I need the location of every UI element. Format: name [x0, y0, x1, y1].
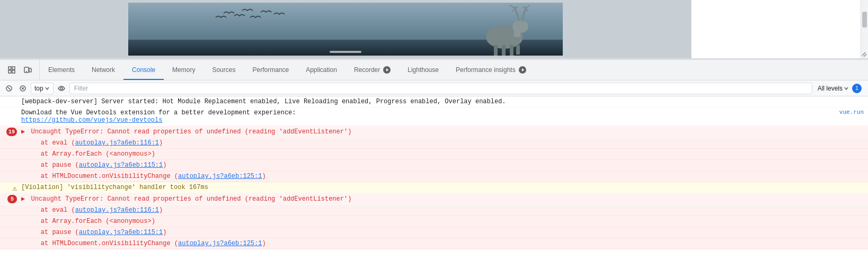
page-content — [0, 0, 691, 58]
stack-line-2-2: at Array.forEach (<anonymous>) — [0, 216, 868, 227]
eye-icon-btn[interactable] — [56, 83, 67, 94]
stack-link-2-4[interactable]: autoplay.js?a6eb:125:1 — [178, 240, 262, 247]
msg-body-1: [webpack-dev-server] Server started: Hot… — [19, 96, 864, 107]
console-toolbar: top All levels 1 — [0, 80, 868, 96]
all-levels-dropdown[interactable]: All levels 1 — [814, 83, 865, 94]
stack-line-1-1: at eval (autoplay.js?a6eb:116:1) — [0, 138, 868, 149]
error-gutter-1: 19 — [0, 126, 19, 137]
vue-devtools-link[interactable]: https://github.com/vuejs/vue-devtools — [21, 116, 162, 124]
stack-link-1-3[interactable]: autoplay.js?a6eb:115:1 — [79, 161, 163, 169]
side-panel — [691, 0, 861, 58]
console-warning-1: ⚠ [Violation] 'visibilitychange' handler… — [0, 182, 868, 193]
tab-lighthouse[interactable]: Lighthouse — [399, 60, 447, 80]
stack-link-2-3[interactable]: autoplay.js?a6eb:115:1 — [79, 229, 163, 236]
svg-marker-24 — [386, 68, 388, 71]
svg-rect-18 — [12, 67, 15, 69]
recorder-badge-icon — [383, 66, 391, 74]
svg-point-31 — [60, 87, 63, 89]
tab-recorder[interactable]: Recorder — [346, 60, 399, 80]
svg-rect-6 — [502, 45, 506, 56]
svg-rect-17 — [8, 67, 11, 69]
tab-elements[interactable]: Elements — [40, 60, 83, 80]
msg-gutter-1 — [0, 96, 19, 107]
devtools-left-icons — [0, 60, 40, 80]
console-messages[interactable]: [webpack-dev-server] Server started: Hot… — [0, 96, 868, 254]
svg-marker-25 — [522, 68, 524, 71]
error-source-1 — [864, 126, 868, 137]
device-toolbar-icon[interactable] — [20, 62, 35, 77]
tab-console[interactable]: Console — [123, 60, 164, 80]
error-triangle-1[interactable]: ▶ — [21, 128, 25, 136]
svg-rect-7 — [510, 45, 513, 56]
error-gutter-2: 5 — [0, 193, 19, 204]
error-row-2: 5 ▶ Uncaught TypeError: Cannot read prop… — [0, 193, 868, 205]
stack-line-1-2: at Array.forEach (<anonymous>) — [0, 149, 868, 160]
error-source-2 — [864, 193, 868, 204]
main-layout: Elements Network Console Memory Sources … — [0, 0, 868, 270]
warning-body-1: [Violation] 'visibilitychange' handler t… — [19, 182, 864, 193]
warning-icon: ⚠ — [13, 184, 17, 193]
tab-network[interactable]: Network — [83, 60, 123, 80]
msg-source-1[interactable] — [864, 96, 868, 107]
clear-console-btn[interactable] — [3, 83, 15, 94]
tab-memory[interactable]: Memory — [164, 60, 203, 80]
tab-performance-insights[interactable]: Performance insights — [447, 60, 535, 80]
drag-handle[interactable] — [330, 51, 361, 53]
stack-line-2-4: at HTMLDocument.onVisibilityChange (auto… — [0, 238, 868, 249]
stack-line-1-3: at pause (autoplay.js?a6eb:115:1) — [0, 160, 868, 171]
svg-rect-5 — [494, 45, 498, 56]
resize-handle[interactable] — [861, 51, 868, 58]
level-count-badge: 1 — [852, 84, 862, 93]
svg-rect-4 — [514, 26, 520, 37]
all-levels-chevron-icon — [844, 86, 849, 91]
vertical-scrollbar[interactable] — [861, 0, 868, 58]
warning-gutter-1: ⚠ — [0, 182, 19, 193]
console-message-2: Download the Vue Devtools extension for … — [0, 107, 868, 126]
page-area — [0, 0, 868, 58]
error-body-2: ▶ Uncaught TypeError: Cannot read proper… — [19, 193, 864, 204]
filter-input[interactable] — [69, 83, 812, 94]
scrollbar-thumb — [862, 12, 867, 28]
error-row-1: 19 ▶ Uncaught TypeError: Cannot read pro… — [0, 126, 868, 138]
console-error-block-2: 5 ▶ Uncaught TypeError: Cannot read prop… — [0, 193, 868, 249]
error-body-1: ▶ Uncaught TypeError: Cannot read proper… — [19, 126, 864, 137]
performance-insights-badge-icon — [519, 66, 526, 74]
svg-rect-8 — [516, 45, 520, 55]
tabs-container: Elements Network Console Memory Sources … — [40, 60, 868, 80]
context-selector[interactable]: top — [31, 83, 54, 94]
error-triangle-2[interactable]: ▶ — [21, 195, 25, 203]
stack-line-2-1: at eval (autoplay.js?a6eb:116:1) — [0, 205, 868, 216]
hero-image — [128, 3, 563, 56]
tab-sources[interactable]: Sources — [203, 60, 244, 80]
svg-rect-19 — [8, 70, 11, 73]
msg-source-2[interactable]: vue.run — [839, 107, 868, 125]
msg-body-2: Download the Vue Devtools extension for … — [19, 107, 839, 125]
stop-on-exception-btn[interactable] — [17, 83, 29, 94]
error-badge-5: 5 — [7, 195, 17, 203]
console-message-1: [webpack-dev-server] Server started: Hot… — [0, 96, 868, 107]
console-error-block-1: 19 ▶ Uncaught TypeError: Cannot read pro… — [0, 126, 868, 182]
warning-source-1 — [864, 182, 868, 193]
devtools-panel: Elements Network Console Memory Sources … — [0, 58, 868, 254]
tab-performance[interactable]: Performance — [244, 60, 297, 80]
svg-line-27 — [8, 87, 11, 89]
svg-rect-22 — [29, 68, 31, 72]
tab-application[interactable]: Application — [297, 60, 346, 80]
devtools-tabs-bar: Elements Network Console Memory Sources … — [0, 59, 868, 80]
msg-gutter-2 — [0, 107, 19, 125]
stack-line-1-4: at HTMLDocument.onVisibilityChange (auto… — [0, 171, 868, 182]
stack-line-2-3: at pause (autoplay.js?a6eb:115:1) — [0, 227, 868, 238]
svg-rect-20 — [12, 70, 15, 73]
inspect-icon[interactable] — [4, 62, 19, 77]
chevron-down-icon — [45, 86, 50, 91]
stack-link-2-1[interactable]: autoplay.js?a6eb:116:1 — [75, 206, 159, 214]
error-badge-19: 19 — [6, 128, 17, 136]
stack-link-1-1[interactable]: autoplay.js?a6eb:116:1 — [75, 139, 159, 147]
stack-link-1-4[interactable]: autoplay.js?a6eb:125:1 — [178, 173, 262, 180]
